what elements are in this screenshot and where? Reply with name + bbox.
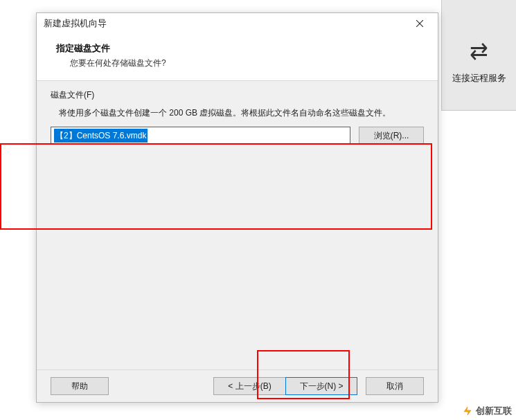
- remote-service-label: 连接远程服务: [452, 72, 506, 84]
- swap-arrows-icon: ⇄: [470, 40, 488, 62]
- close-button[interactable]: [406, 15, 434, 33]
- wizard-footer: 帮助 < 上一步(B) 下一步(N) > 取消: [37, 370, 438, 402]
- file-row: 【2】CentsOS 7.6.vmdk 浏览(R)...: [51, 127, 424, 145]
- back-button[interactable]: < 上一步(B): [213, 377, 285, 395]
- disk-file-group-label: 磁盘文件(F): [51, 89, 424, 101]
- spark-icon: [462, 405, 473, 417]
- disk-file-value: 【2】CentsOS 7.6.vmdk: [54, 129, 148, 143]
- new-vm-wizard-dialog: 新建虚拟机向导 指定磁盘文件 您要在何处存储磁盘文件? 磁盘文件(F) 将使用多…: [36, 12, 438, 403]
- next-button[interactable]: 下一步(N) >: [285, 377, 357, 395]
- disk-file-group-desc: 将使用多个磁盘文件创建一个 200 GB 虚拟磁盘。将根据此文件名自动命名这些磁…: [59, 107, 424, 120]
- browse-button[interactable]: 浏览(R)...: [359, 127, 424, 145]
- disk-file-input[interactable]: 【2】CentsOS 7.6.vmdk: [51, 127, 350, 145]
- wizard-body: 磁盘文件(F) 将使用多个磁盘文件创建一个 200 GB 虚拟磁盘。将根据此文件…: [37, 80, 438, 370]
- close-icon: [416, 20, 423, 27]
- titlebar: 新建虚拟机向导: [37, 13, 438, 34]
- wizard-subtext: 您要在何处存储磁盘文件?: [70, 57, 424, 69]
- wizard-heading: 指定磁盘文件: [56, 42, 424, 55]
- remote-service-panel[interactable]: ⇄ 连接远程服务: [441, 0, 516, 111]
- watermark: 创新互联: [462, 405, 512, 417]
- cancel-button[interactable]: 取消: [366, 377, 424, 395]
- help-button[interactable]: 帮助: [51, 377, 109, 395]
- dialog-title: 新建虚拟机向导: [44, 17, 406, 30]
- wizard-header: 指定磁盘文件 您要在何处存储磁盘文件?: [37, 34, 438, 80]
